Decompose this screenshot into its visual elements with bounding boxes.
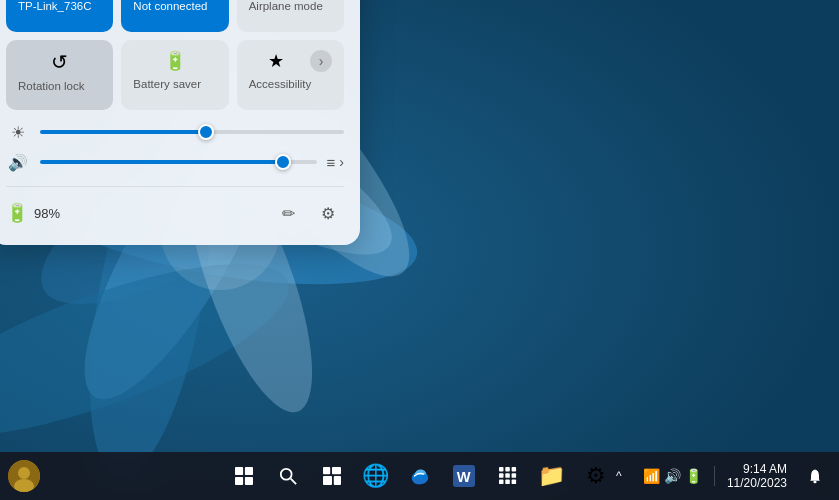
volume-slider-container [40, 152, 317, 172]
rotation-lock-toggle[interactable]: ↺ Rotation lock [6, 40, 113, 110]
start-icon [235, 467, 253, 485]
svg-rect-22 [333, 476, 340, 485]
taskbar-center: 🌐 W [224, 456, 616, 496]
apps-button[interactable] [488, 456, 528, 496]
edit-pencil-icon: ✏ [282, 204, 295, 223]
widgets-button[interactable]: 🌐 [356, 456, 396, 496]
svg-rect-14 [244, 467, 252, 475]
svg-rect-15 [235, 477, 243, 485]
bluetooth-label: Not connected [133, 0, 207, 12]
quick-toggles-grid: 📶 › TP-Link_736C • › Not connected ✈ Air… [6, 0, 344, 110]
start-button[interactable] [224, 456, 264, 496]
accessibility-label: Accessibility [249, 78, 312, 90]
accessibility-icon: ★ [249, 50, 304, 72]
settings-button[interactable]: ⚙ [312, 197, 344, 229]
time-display: 9:14 AM [743, 462, 787, 476]
edge-button[interactable] [400, 456, 440, 496]
edit-button[interactable]: ✏ [272, 197, 304, 229]
notification-icon [807, 468, 823, 484]
battery-tray-icon: 🔋 [685, 468, 702, 484]
svg-rect-20 [332, 467, 341, 474]
airplane-toggle[interactable]: ✈ Airplane mode [237, 0, 344, 32]
taskview-button[interactable] [312, 456, 352, 496]
chevron-up-icon: ^ [616, 469, 622, 483]
word-icon: W [453, 465, 475, 487]
taskbar-left [8, 460, 40, 492]
bottom-actions: ✏ ⚙ [272, 197, 344, 229]
battery-info: 🔋 98% [6, 202, 60, 224]
volume-menu-icon: ≡ [327, 154, 336, 171]
brightness-icon: ☀ [6, 123, 30, 142]
word-button[interactable]: W [444, 456, 484, 496]
taskview-icon [323, 467, 341, 485]
brightness-slider-container [40, 122, 344, 142]
search-button[interactable] [268, 456, 308, 496]
search-icon [279, 467, 297, 485]
taskbar: 🌐 W [0, 452, 839, 500]
svg-rect-16 [244, 477, 252, 485]
svg-rect-19 [323, 467, 330, 474]
volume-slider-row: 🔊 ≡ › [6, 152, 344, 172]
rotation-label: Rotation lock [18, 80, 84, 92]
svg-text:W: W [456, 469, 470, 485]
wifi-tray-icon: 📶 [643, 468, 660, 484]
volume-chevron: › [339, 154, 344, 170]
rotation-icon: ↺ [18, 50, 101, 74]
brightness-slider[interactable] [40, 130, 344, 134]
tray-divider [714, 466, 715, 486]
battery-icon: 🔋 [6, 202, 28, 224]
brightness-slider-row: ☀ [6, 122, 344, 142]
bluetooth-toggle[interactable]: • › Not connected [121, 0, 228, 32]
svg-rect-28 [511, 467, 515, 472]
svg-rect-33 [505, 480, 510, 485]
settings-gear-icon: ⚙ [321, 204, 335, 223]
svg-point-17 [280, 469, 291, 480]
svg-rect-26 [499, 467, 504, 472]
svg-rect-29 [499, 473, 504, 478]
taskbar-right: ^ 📶 🔊 🔋 9:14 AM 11/20/2023 [607, 456, 831, 496]
explorer-button[interactable]: 📁 [532, 456, 572, 496]
battery-saver-label: Battery saver [133, 78, 201, 90]
tooltip-container: Manage Wi-Fi connections 📶 › TP-Link_736… [6, 0, 344, 110]
accessibility-toggle[interactable]: ★ › Accessibility [237, 40, 344, 110]
airplane-label: Airplane mode [249, 0, 323, 12]
notification-button[interactable] [799, 456, 831, 496]
svg-rect-32 [499, 480, 504, 485]
volume-extra: ≡ › [327, 154, 344, 171]
battery-saver-icon: 🔋 [133, 50, 216, 72]
svg-rect-34 [511, 480, 515, 485]
system-tray[interactable]: 📶 🔊 🔋 [637, 464, 708, 488]
wifi-label: TP-Link_736C [18, 0, 92, 12]
svg-point-11 [18, 467, 30, 479]
edge-icon [409, 465, 431, 487]
svg-rect-31 [511, 473, 515, 478]
svg-rect-21 [323, 476, 332, 485]
quick-settings-panel: Manage Wi-Fi connections 📶 › TP-Link_736… [0, 0, 360, 245]
svg-rect-30 [505, 473, 510, 478]
wifi-toggle[interactable]: 📶 › TP-Link_736C [6, 0, 113, 32]
battery-percent: 98% [34, 206, 60, 221]
user-avatar[interactable] [8, 460, 40, 492]
svg-line-18 [290, 479, 295, 484]
clock[interactable]: 9:14 AM 11/20/2023 [721, 458, 793, 494]
svg-rect-27 [505, 467, 510, 472]
volume-slider[interactable] [40, 160, 317, 164]
avatar-image [8, 460, 40, 492]
battery-saver-toggle[interactable]: 🔋 Battery saver [121, 40, 228, 110]
accessibility-chevron: › [310, 50, 332, 72]
svg-rect-13 [235, 467, 243, 475]
volume-icon: 🔊 [6, 153, 30, 172]
quick-settings-bottom: 🔋 98% ✏ ⚙ [6, 186, 344, 229]
date-display: 11/20/2023 [727, 476, 787, 490]
volume-tray-icon: 🔊 [664, 468, 681, 484]
apps-icon [499, 467, 517, 485]
settings-taskbar-button[interactable]: ⚙ [576, 456, 616, 496]
svg-rect-35 [813, 481, 816, 483]
